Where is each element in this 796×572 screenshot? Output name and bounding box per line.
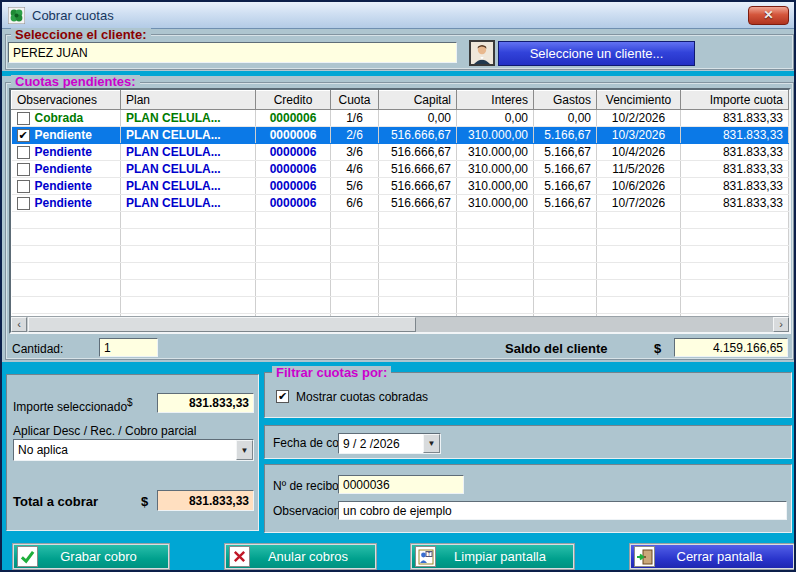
client-legend: Seleccione el cliente: bbox=[11, 28, 151, 41]
table-cell: 10/3/2026 bbox=[597, 127, 681, 144]
table-cell: 831.833,33 bbox=[681, 144, 789, 161]
payment-panel: Importe seleccionado$ Aplicar Desc / Rec… bbox=[6, 374, 259, 531]
table-cell: 0,00 bbox=[534, 110, 597, 127]
cuotas-table: Observaciones Plan Credito Cuota Capital… bbox=[9, 88, 791, 334]
table-cell: PLAN CELULA... bbox=[121, 144, 256, 161]
table-cell: 310.000,00 bbox=[457, 144, 534, 161]
table-cell: 0000006 bbox=[256, 178, 331, 195]
col-gastos[interactable]: Gastos bbox=[534, 91, 597, 110]
select-client-label: Seleccione un cliente... bbox=[530, 46, 664, 61]
table-cell: PLAN CELULA... bbox=[121, 195, 256, 212]
total-label: Total a cobrar bbox=[13, 494, 98, 509]
table-cell: 831.833,33 bbox=[681, 195, 789, 212]
row-checkbox[interactable] bbox=[17, 112, 30, 125]
empty-row bbox=[12, 246, 789, 263]
scrollbar-thumb[interactable] bbox=[28, 317, 416, 332]
col-plan[interactable]: Plan bbox=[121, 91, 256, 110]
table-cell: 310.000,00 bbox=[457, 195, 534, 212]
table-row[interactable]: CobradaPLAN CELULA...00000061/60,000,000… bbox=[12, 110, 789, 127]
limpiar-pantalla-button[interactable]: T Limpiar pantalla bbox=[410, 543, 575, 570]
scroll-right-button[interactable]: › bbox=[773, 317, 789, 332]
app-icon bbox=[8, 7, 25, 24]
empty-row bbox=[12, 263, 789, 280]
row-status: Cobrada bbox=[35, 111, 84, 125]
fecha-cobro-combobox[interactable]: 9 / 2 /2026 ▼ bbox=[338, 433, 441, 454]
horizontal-scrollbar[interactable]: ‹ › bbox=[11, 316, 789, 332]
table-row[interactable]: PendientePLAN CELULA...00000063/6516.666… bbox=[12, 144, 789, 161]
table-cell: 5.166,67 bbox=[534, 144, 597, 161]
saldo-currency: $ bbox=[654, 341, 661, 356]
close-button[interactable]: ✕ bbox=[748, 6, 789, 25]
client-photo-icon bbox=[469, 40, 495, 66]
col-credito[interactable]: Credito bbox=[256, 91, 331, 110]
ajuste-combobox[interactable]: No aplica ▼ bbox=[13, 439, 254, 461]
recibo-label: Nº de recibo: bbox=[273, 479, 342, 493]
ajuste-dropdown-arrow-icon[interactable]: ▼ bbox=[236, 440, 253, 460]
anular-cobros-label: Anular cobros bbox=[250, 549, 376, 564]
table-cell: 310.000,00 bbox=[457, 127, 534, 144]
scroll-left-button[interactable]: ‹ bbox=[11, 317, 27, 332]
table-cell: 516.666,67 bbox=[379, 178, 457, 195]
table-cell: 5.166,67 bbox=[534, 195, 597, 212]
table-row[interactable]: PendientePLAN CELULA...00000064/6516.666… bbox=[12, 161, 789, 178]
row-checkbox[interactable] bbox=[17, 180, 30, 193]
table-cell: 831.833,33 bbox=[681, 161, 789, 178]
mostrar-cobradas-label: Mostrar cuotas cobradas bbox=[296, 390, 428, 404]
total-a-cobrar-field bbox=[157, 490, 254, 511]
limpiar-pantalla-label: Limpiar pantalla bbox=[436, 549, 574, 564]
check-icon bbox=[17, 546, 38, 567]
table-row[interactable]: PendientePLAN CELULA...00000066/6516.666… bbox=[12, 195, 789, 212]
ajuste-label: Aplicar Desc / Rec. / Cobro parcial bbox=[13, 424, 196, 438]
table-cell: 0000006 bbox=[256, 127, 331, 144]
col-importe-cuota[interactable]: Importe cuota bbox=[681, 91, 789, 110]
table-cell: 0000006 bbox=[256, 161, 331, 178]
table-row[interactable]: PendientePLAN CELULA...00000065/6516.666… bbox=[12, 178, 789, 195]
col-observaciones[interactable]: Observaciones bbox=[12, 91, 121, 110]
table-cell: 310.000,00 bbox=[457, 178, 534, 195]
empty-row bbox=[12, 212, 789, 229]
grabar-cobro-button[interactable]: Grabar cobro bbox=[12, 543, 170, 570]
cobrar-cuotas-window: Cobrar cuotas ✕ Seleccione el cliente: S… bbox=[0, 0, 796, 572]
col-cuota[interactable]: Cuota bbox=[331, 91, 379, 110]
row-checkbox[interactable] bbox=[17, 197, 30, 210]
cerrar-pantalla-label: Cerrar pantalla bbox=[655, 549, 794, 564]
recibo-field[interactable] bbox=[338, 475, 464, 494]
table-cell: 5/6 bbox=[331, 178, 379, 195]
table-cell: 10/2/2026 bbox=[597, 110, 681, 127]
anular-cobros-button[interactable]: Anular cobros bbox=[224, 543, 377, 570]
table-cell: 10/6/2026 bbox=[597, 178, 681, 195]
table-cell: 3/6 bbox=[331, 144, 379, 161]
cantidad-field[interactable] bbox=[99, 338, 158, 357]
grabar-cobro-label: Grabar cobro bbox=[38, 549, 169, 564]
total-currency: $ bbox=[141, 494, 148, 509]
fecha-dropdown-arrow-icon[interactable]: ▼ bbox=[423, 434, 440, 453]
table-cell: 2/6 bbox=[331, 127, 379, 144]
table-row[interactable]: ✔PendientePLAN CELULA...00000062/6516.66… bbox=[12, 127, 789, 144]
importe-seleccionado-label: Importe seleccionado$ bbox=[13, 397, 133, 414]
client-name-input[interactable] bbox=[8, 42, 457, 63]
col-interes[interactable]: Interes bbox=[457, 91, 534, 110]
table-cell: 1/6 bbox=[331, 110, 379, 127]
table-cell: 11/5/2026 bbox=[597, 161, 681, 178]
table-cell: 5.166,67 bbox=[534, 127, 597, 144]
row-status: Pendiente bbox=[35, 128, 92, 142]
col-capital[interactable]: Capital bbox=[379, 91, 457, 110]
mostrar-cobradas-checkbox[interactable]: ✔ bbox=[276, 390, 289, 403]
empty-row bbox=[12, 297, 789, 314]
table-cell: PLAN CELULA... bbox=[121, 178, 256, 195]
row-checkbox[interactable] bbox=[17, 146, 30, 159]
row-checkbox[interactable]: ✔ bbox=[17, 129, 30, 142]
red-x-icon bbox=[229, 546, 250, 567]
svg-text:T: T bbox=[427, 551, 430, 557]
fecha-cobro-value: 9 / 2 /2026 bbox=[339, 437, 423, 451]
select-client-button[interactable]: Seleccione un cliente... bbox=[498, 41, 695, 66]
row-status: Pendiente bbox=[35, 196, 92, 210]
cantidad-label: Cantidad: bbox=[12, 342, 63, 356]
col-vencimiento[interactable]: Vencimiento bbox=[597, 91, 681, 110]
saldo-field bbox=[674, 338, 788, 357]
fecha-panel: Fecha de cobro: 9 / 2 /2026 ▼ bbox=[264, 425, 792, 459]
observaciones-field[interactable] bbox=[338, 501, 787, 520]
table-cell: 10/4/2026 bbox=[597, 144, 681, 161]
cerrar-pantalla-button[interactable]: Cerrar pantalla bbox=[629, 543, 795, 570]
row-checkbox[interactable] bbox=[17, 163, 30, 176]
